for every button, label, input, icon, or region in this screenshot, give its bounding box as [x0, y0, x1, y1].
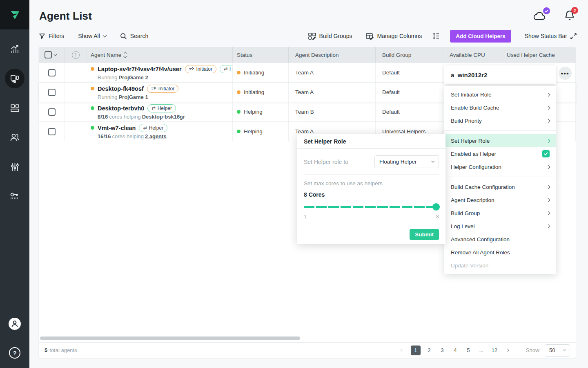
- incredibuild-logo-icon: [8, 8, 22, 22]
- row-actions-button[interactable]: •••: [559, 67, 572, 80]
- page-title: Agent List: [39, 10, 92, 22]
- page-button[interactable]: 3: [438, 346, 447, 355]
- active-indicator: [5, 69, 24, 88]
- status-dot: [237, 110, 241, 114]
- page-size-select[interactable]: 50: [545, 344, 570, 357]
- chevron-right-icon: [546, 198, 550, 202]
- column-header-agent-name[interactable]: Agent Name: [87, 47, 233, 63]
- sidebar-item-users[interactable]: [0, 128, 29, 147]
- slider-knob[interactable]: [432, 203, 440, 211]
- menu-item-helper-configuration[interactable]: Helper Configuration: [444, 160, 556, 173]
- users-icon: [9, 132, 20, 143]
- sidebar-item-license[interactable]: [0, 186, 29, 206]
- build-group: Default: [376, 102, 443, 121]
- filters-button[interactable]: Filters: [39, 33, 64, 39]
- initiator-badge: Initiator: [185, 65, 216, 73]
- menu-item-enabled-as-helper[interactable]: Enabled as Helper: [444, 147, 556, 160]
- status-text: Initiating: [244, 70, 264, 76]
- build-group: Default: [376, 83, 443, 102]
- column-header-build-group: Build Group: [376, 47, 443, 63]
- menu-item-set-initiator-role[interactable]: Set Initiator Role: [444, 88, 556, 101]
- sidebar-item-account[interactable]: [0, 317, 29, 330]
- toolbar: Filters Show All Search Build Groups: [39, 29, 577, 43]
- sidebar-item-settings[interactable]: [0, 157, 29, 177]
- sidebar-item-agents[interactable]: [0, 69, 29, 88]
- slider-min-label: 1: [304, 213, 307, 220]
- row-height-button[interactable]: [432, 32, 439, 40]
- select-all-checkbox[interactable]: [45, 51, 52, 58]
- show-all-dropdown[interactable]: Show All: [78, 33, 106, 39]
- row-checkbox[interactable]: [48, 89, 56, 96]
- page-next-button[interactable]: [503, 346, 512, 355]
- initiator-icon: [189, 67, 194, 72]
- chevron-right-icon: [546, 92, 550, 96]
- agent-state-dot: [91, 87, 94, 90]
- menu-item-agent-description[interactable]: Agent Description: [444, 193, 556, 206]
- sidebar-item-builds[interactable]: [0, 98, 29, 118]
- menu-item-remove-all-agent-roles[interactable]: Remove All Agent Roles: [444, 246, 556, 259]
- app-logo[interactable]: [0, 0, 29, 29]
- menu-item-build-priority[interactable]: Build Priority: [444, 114, 556, 127]
- sort-icon[interactable]: [124, 52, 127, 58]
- helped-agents-link[interactable]: 2 agents: [145, 133, 167, 139]
- menu-item-build-cache-configuration[interactable]: Build Cache Configuration: [444, 180, 556, 193]
- row-checkbox[interactable]: [48, 69, 56, 76]
- page-button[interactable]: 12: [490, 346, 499, 355]
- menu-item-enable-build-cache[interactable]: Enable Build Cache: [444, 101, 556, 114]
- status-text: Initiating: [244, 89, 264, 95]
- expand-icon: [570, 33, 577, 39]
- page-button[interactable]: 2: [425, 346, 434, 355]
- row-checkbox[interactable]: [48, 128, 56, 135]
- agent-description: Team B: [289, 102, 376, 121]
- agent-description: Team A: [289, 83, 376, 102]
- filter-icon: [39, 33, 45, 39]
- set-helper-role-panel: Set Helper Role Set Helper role to Float…: [297, 134, 445, 244]
- page-button[interactable]: 5: [464, 346, 473, 355]
- submit-button[interactable]: Submit: [410, 229, 439, 240]
- select-menu-caret[interactable]: [54, 53, 57, 56]
- helper-role-select[interactable]: Floating Helper: [374, 155, 439, 168]
- show-status-bar-button[interactable]: Show Status Bar: [525, 33, 577, 39]
- notification-count-badge: 2: [571, 7, 578, 14]
- add-cloud-helpers-button[interactable]: Add Cloud Helpers: [450, 30, 511, 43]
- total-agents-label: total agents: [49, 347, 77, 353]
- row-density-icon: [432, 32, 439, 40]
- page-button-current[interactable]: 1: [411, 346, 421, 355]
- sidebar-item-dashboard[interactable]: [0, 39, 29, 59]
- pagination: 1 2 3 4 5 ... 12: [398, 346, 512, 355]
- slider-track[interactable]: [304, 206, 437, 208]
- chart-icon: [9, 44, 20, 54]
- notifications-button[interactable]: 2: [564, 10, 575, 24]
- agent-name: Vmt-w7-clean: [98, 125, 136, 131]
- cloud-status-button[interactable]: [532, 10, 547, 23]
- initiator-icon: [151, 86, 156, 91]
- build-groups-button[interactable]: Build Groups: [308, 33, 352, 40]
- slider-max-label: 8: [436, 213, 439, 220]
- horizontal-scrollbar[interactable]: [40, 337, 300, 340]
- chevron-down-icon: [563, 348, 566, 351]
- row-checkbox[interactable]: [48, 108, 56, 116]
- status-dot: [237, 90, 241, 94]
- alert-column-icon: !: [72, 51, 80, 59]
- menu-item-set-helper-role[interactable]: Set Helper Role: [444, 134, 556, 147]
- helper-badge: ⇄ Helper: [139, 124, 167, 132]
- menu-item-advanced-configuration[interactable]: Advanced Configuration: [444, 233, 556, 246]
- check-icon: [545, 9, 548, 13]
- chevron-right-icon: [546, 139, 550, 143]
- menu-item-log-level[interactable]: Log Level: [444, 220, 556, 233]
- menu-separator: [444, 177, 556, 177]
- column-header-description: Agent Description: [289, 47, 376, 63]
- swap-icon: ⇄: [151, 106, 155, 110]
- key-icon: [9, 191, 20, 202]
- menu-item-build-group[interactable]: Build Group: [444, 206, 556, 220]
- status-text: Helping: [244, 128, 263, 135]
- sidebar-item-help[interactable]: ?: [0, 347, 29, 359]
- agent-subtext: 16/16cores helping2 agents: [98, 133, 168, 139]
- menu-separator: [444, 130, 556, 131]
- manage-columns-button[interactable]: Manage Columns: [366, 33, 422, 40]
- role-label: Set Helper role to: [304, 159, 348, 165]
- enabled-as-helper-checkbox[interactable]: [542, 150, 550, 157]
- search-button[interactable]: Search: [120, 33, 148, 40]
- help-icon: ?: [9, 347, 21, 359]
- page-button[interactable]: 4: [451, 346, 460, 355]
